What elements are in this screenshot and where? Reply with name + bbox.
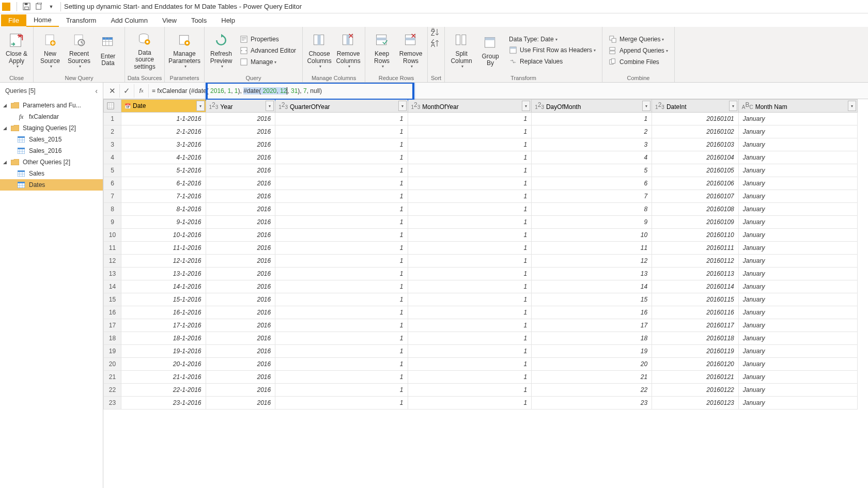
row-number: 14	[104, 280, 121, 293]
table-row[interactable]: 1010-1-20162016111020160110January	[104, 229, 858, 242]
column-header[interactable]: 123QuarterOfYear▾	[275, 100, 408, 113]
properties-button[interactable]: Properties	[237, 34, 299, 44]
filter-button[interactable]: ▾	[729, 101, 737, 111]
table-row[interactable]: 88-1-2016201611820160108January	[104, 203, 858, 216]
undo-icon[interactable]	[34, 2, 43, 11]
remove-columns-button[interactable]: Remove Columns▾	[335, 30, 362, 71]
tab-help[interactable]: Help	[214, 14, 242, 26]
manage-button[interactable]: Manage▾	[237, 57, 299, 67]
table-row[interactable]: 1212-1-20162016111220160112January	[104, 255, 858, 267]
svg-rect-36	[485, 37, 495, 40]
column-header[interactable]: 123Year▾	[206, 100, 275, 113]
merge-queries-button[interactable]: Merge Queries▾	[606, 34, 671, 44]
table-row[interactable]: 2323-1-20162016112320160123January	[104, 397, 858, 410]
close-apply-button[interactable]: Close & Apply▾	[3, 30, 30, 71]
query-item[interactable]: Sales	[0, 168, 103, 179]
table-row[interactable]: 55-1-2016201611520160105January	[104, 164, 858, 177]
table-row[interactable]: 77-1-2016201611720160107January	[104, 190, 858, 203]
query-group[interactable]: ◢Staging Queries [2]	[0, 122, 103, 134]
table-row[interactable]: 2020-1-20162016112020160120January	[104, 358, 858, 371]
collapse-pane-button[interactable]: ‹	[95, 87, 98, 95]
query-item[interactable]: fxfxCalendar	[0, 111, 103, 122]
filter-button[interactable]: ▾	[848, 101, 856, 111]
query-item[interactable]: Dates	[0, 179, 103, 191]
column-header[interactable]: 📅Date▾	[121, 100, 206, 113]
fx-button[interactable]: fx	[134, 84, 149, 98]
query-item[interactable]: Sales_2015	[0, 134, 103, 145]
table-row[interactable]: 22-1-2016201611220160102January	[104, 125, 858, 138]
remove-rows-icon	[402, 32, 419, 49]
column-header[interactable]: 123DayOfMonth▾	[532, 100, 652, 113]
table-row[interactable]: 11-1-2016201611120160101January	[104, 113, 858, 125]
new-source-button[interactable]: New Source▾	[37, 30, 64, 71]
filter-button[interactable]: ▾	[196, 101, 205, 111]
table-row[interactable]: 1414-1-20162016111420160114January	[104, 280, 858, 293]
table-row[interactable]: 1515-1-20162016111520160115January	[104, 293, 858, 306]
split-column-button[interactable]: Split Column▾	[448, 30, 475, 71]
table-row[interactable]: 44-1-2016201611420160104January	[104, 151, 858, 164]
table-row[interactable]: 2222-1-20162016112220160122January	[104, 384, 858, 397]
group-parameters: Manage Parameters▾ Parameters	[165, 27, 205, 82]
table-row[interactable]: 99-1-2016201611920160109January	[104, 216, 858, 229]
formula-input[interactable]: = fxCalendar (#date( 2016, 1, 1), #date(…	[149, 83, 868, 99]
filter-button[interactable]: ▾	[642, 101, 650, 111]
refresh-preview-button[interactable]: Refresh Preview▾	[208, 30, 235, 71]
data-source-settings-button[interactable]: Data source settings	[128, 29, 161, 72]
filter-button[interactable]: ▾	[266, 101, 274, 111]
table-row[interactable]: 2121-1-20162016112120160121January	[104, 371, 858, 384]
dropdown-arrow[interactable]: ▼	[47, 2, 56, 11]
use-first-row-button[interactable]: Use First Row as Headers▾	[506, 45, 599, 55]
svg-rect-38	[510, 47, 516, 49]
svg-rect-1	[24, 7, 28, 9]
table-row[interactable]: 1111-1-20162016111120160111January	[104, 242, 858, 255]
group-query-label: Query	[205, 74, 302, 82]
tab-addcolumn[interactable]: Add Column	[103, 14, 155, 26]
save-icon[interactable]	[22, 2, 31, 11]
table-row[interactable]: 1919-1-20162016111920160119January	[104, 345, 858, 358]
column-header[interactable]: 123MonthOfYear▾	[408, 100, 532, 113]
recent-sources-button[interactable]: Recent Sources▾	[66, 30, 92, 71]
row-number: 6	[104, 177, 121, 190]
tab-transform[interactable]: Transform	[59, 14, 104, 26]
query-group[interactable]: ◢Other Queries [2]	[0, 156, 103, 168]
commit-formula-button[interactable]: ✓	[120, 84, 134, 98]
query-group[interactable]: ◢Parameters and Fu...	[0, 100, 103, 111]
manage-parameters-button[interactable]: Manage Parameters▾	[168, 30, 201, 71]
remove-rows-button[interactable]: Remove Rows▾	[397, 30, 424, 71]
enter-data-button[interactable]: Enter Data	[95, 33, 121, 69]
table-row[interactable]: 1313-1-20162016111320160113January	[104, 267, 858, 280]
advanced-editor-button[interactable]: Advanced Editor	[237, 45, 299, 56]
append-queries-button[interactable]: Append Queries▾	[606, 45, 671, 56]
table-row[interactable]: 1717-1-20162016111720160117January	[104, 319, 858, 332]
table-row[interactable]: 1818-1-20162016111820160118January	[104, 332, 858, 345]
cancel-formula-button[interactable]: ✕	[105, 84, 120, 98]
tab-home[interactable]: Home	[26, 14, 59, 27]
tab-file[interactable]: File	[1, 14, 26, 26]
type-icon: 123	[655, 101, 664, 110]
sort-desc-button[interactable]: ZA	[431, 39, 441, 48]
column-header[interactable]: ABCMonth Nam▾	[738, 100, 857, 113]
svg-rect-41	[610, 48, 615, 50]
table-icon	[17, 136, 26, 143]
data-type-button[interactable]: Data Type: Date▾	[506, 35, 599, 44]
choose-columns-button[interactable]: Choose Columns▾	[306, 30, 333, 71]
filter-button[interactable]: ▾	[398, 101, 407, 111]
filter-button[interactable]: ▾	[522, 101, 530, 111]
query-item[interactable]: Sales_2016	[0, 145, 103, 156]
row-number: 9	[104, 216, 121, 229]
table-row[interactable]: 1616-1-20162016111620160116January	[104, 306, 858, 319]
table-row[interactable]: 33-1-2016201611320160103January	[104, 138, 858, 151]
combine-files-button[interactable]: Combine Files	[606, 57, 671, 67]
tab-tools[interactable]: Tools	[184, 14, 214, 26]
replace-values-button[interactable]: Replace Values	[506, 56, 599, 67]
table-settings-button[interactable]	[104, 100, 121, 113]
sort-asc-button[interactable]: AZ	[431, 28, 441, 36]
keep-rows-button[interactable]: Keep Rows▾	[368, 30, 395, 71]
svg-rect-42	[610, 51, 615, 54]
table-row[interactable]: 66-1-2016201611620160106January	[104, 177, 858, 190]
row-number: 4	[104, 151, 121, 164]
data-grid[interactable]: 📅Date▾123Year▾123QuarterOfYear▾123MonthO…	[103, 99, 868, 488]
column-header[interactable]: 123DateInt▾	[652, 100, 739, 113]
tab-view[interactable]: View	[155, 14, 184, 26]
group-by-button[interactable]: Group By	[477, 33, 504, 69]
